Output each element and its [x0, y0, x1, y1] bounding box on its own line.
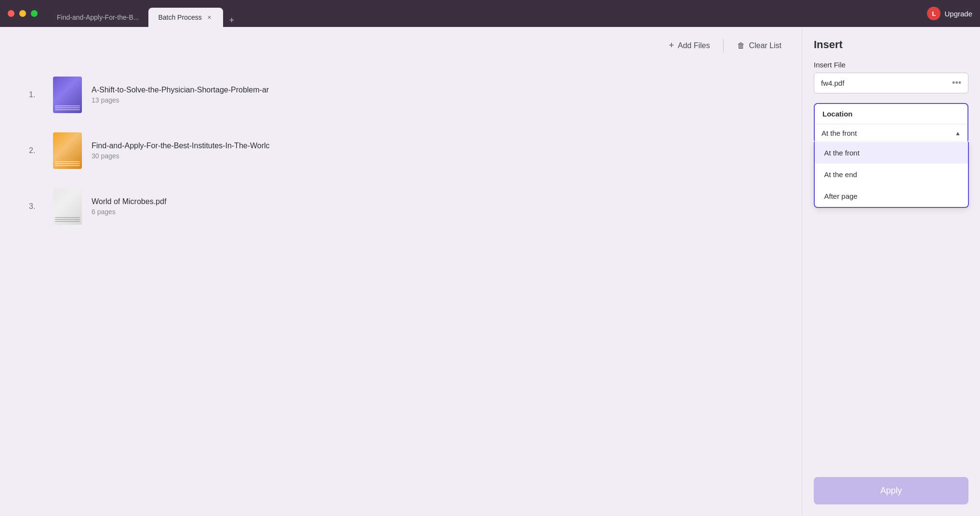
files-container: 1. A-Shift-to-Solve-the-Physician-Shorta…	[0, 64, 802, 516]
file-input-value: fw4.pdf	[821, 79, 948, 87]
main-content: + Add Files 🗑 Clear List 1.	[0, 27, 980, 516]
location-label: Location	[815, 104, 967, 124]
sidebar: Insert Insert File fw4.pdf ••• Location …	[802, 27, 980, 516]
user-avatar: L	[927, 7, 940, 20]
file-thumbnail	[53, 77, 82, 113]
insert-file-label: Insert File	[814, 61, 968, 69]
file-number: 1.	[29, 90, 43, 99]
apply-button[interactable]: Apply	[814, 477, 968, 504]
toolbar-divider	[723, 39, 724, 52]
option-after-page[interactable]: After page	[815, 185, 968, 207]
tab-label: Batch Process	[158, 13, 201, 21]
sidebar-title: Insert	[814, 39, 968, 51]
list-item[interactable]: 3. World of Microbes.pdf 6 pages	[19, 181, 782, 232]
insert-file-section: Insert File fw4.pdf •••	[814, 61, 968, 93]
file-input-row[interactable]: fw4.pdf •••	[814, 73, 968, 93]
file-list-area: + Add Files 🗑 Clear List 1.	[0, 27, 802, 516]
close-button[interactable]	[8, 10, 14, 17]
maximize-button[interactable]	[31, 10, 38, 17]
chevron-up-icon: ▲	[955, 130, 961, 137]
file-info: World of Microbes.pdf 6 pages	[92, 197, 166, 216]
list-item[interactable]: 2. Find-and-Apply-For-the-Best-Institute…	[19, 125, 782, 177]
tab-find-apply[interactable]: Find-and-Apply-For-the-B...	[47, 8, 148, 27]
add-files-button[interactable]: + Add Files	[663, 37, 715, 54]
tab-close-icon[interactable]: ✕	[206, 13, 213, 21]
location-section: Location At the front ▲ At the front At …	[814, 103, 968, 143]
add-icon: +	[669, 40, 674, 51]
titlebar: Find-and-Apply-For-the-B... Batch Proces…	[0, 0, 980, 27]
file-number: 3.	[29, 202, 43, 211]
file-thumbnail	[53, 132, 82, 169]
clear-list-button[interactable]: 🗑 Clear List	[731, 38, 787, 54]
file-number: 2.	[29, 146, 43, 155]
toolbar: + Add Files 🗑 Clear List	[0, 27, 802, 64]
upgrade-button[interactable]: L Upgrade	[927, 7, 972, 20]
option-at-the-front[interactable]: At the front	[815, 142, 968, 164]
location-selected-value: At the front	[821, 129, 955, 137]
apply-label: Apply	[880, 486, 902, 495]
file-name: A-Shift-to-Solve-the-Physician-Shortage-…	[92, 86, 269, 94]
add-tab-button[interactable]: +	[225, 13, 238, 27]
tab-label: Find-and-Apply-For-the-B...	[57, 13, 139, 21]
file-name: World of Microbes.pdf	[92, 197, 166, 206]
add-tab-icon: +	[229, 15, 234, 26]
list-item[interactable]: 1. A-Shift-to-Solve-the-Physician-Shorta…	[19, 69, 782, 121]
file-pages: 13 pages	[92, 96, 269, 104]
trash-icon: 🗑	[737, 41, 745, 50]
minimize-button[interactable]	[19, 10, 26, 17]
add-files-label: Add Files	[678, 41, 710, 50]
file-pages: 30 pages	[92, 152, 270, 160]
file-info: Find-and-Apply-For-the-Best-Institutes-I…	[92, 142, 270, 160]
option-at-the-end[interactable]: At the end	[815, 164, 968, 185]
tabs-container: Find-and-Apply-For-the-B... Batch Proces…	[47, 0, 927, 27]
more-options-icon[interactable]: •••	[952, 78, 961, 88]
file-info: A-Shift-to-Solve-the-Physician-Shortage-…	[92, 86, 269, 104]
file-name: Find-and-Apply-For-the-Best-Institutes-I…	[92, 142, 270, 150]
upgrade-label: Upgrade	[944, 10, 972, 18]
traffic-lights	[8, 10, 38, 17]
file-pages: 6 pages	[92, 208, 166, 216]
clear-list-label: Clear List	[749, 41, 781, 50]
location-dropdown: At the front At the end After page	[814, 142, 969, 208]
tab-batch-process[interactable]: Batch Process ✕	[148, 8, 223, 27]
location-select[interactable]: At the front ▲	[815, 124, 967, 142]
file-thumbnail	[53, 188, 82, 225]
